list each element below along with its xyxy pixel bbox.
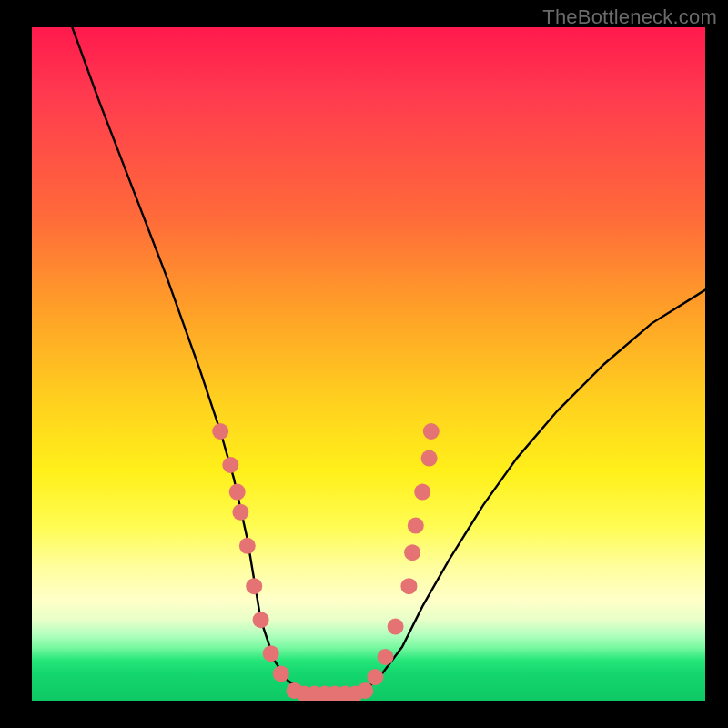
scatter-point	[222, 457, 238, 473]
scatter-point	[307, 686, 323, 701]
scatter-point	[317, 686, 333, 701]
scatter-points	[212, 423, 440, 701]
scatter-point	[357, 682, 373, 699]
plot-area	[32, 27, 705, 701]
scatter-point	[253, 612, 269, 628]
scatter-point	[232, 504, 248, 521]
scatter-point	[414, 484, 430, 500]
scatter-point	[273, 665, 289, 682]
scatter-point	[297, 686, 313, 701]
scatter-point	[421, 450, 438, 467]
scatter-point	[246, 578, 262, 594]
scatter-point	[212, 423, 228, 440]
scatter-point	[337, 686, 353, 701]
scatter-point	[408, 518, 424, 534]
scatter-point	[378, 649, 394, 665]
scatter-point	[263, 645, 279, 662]
scatter-point	[423, 423, 440, 440]
scatter-point	[229, 484, 246, 500]
chart-container: TheBottleneck.com	[0, 0, 728, 728]
scatter-point	[347, 686, 363, 701]
scatter-point	[327, 686, 343, 701]
watermark-text: TheBottleneck.com	[542, 5, 717, 29]
scatter-point	[287, 682, 303, 699]
chart-svg	[32, 27, 705, 701]
scatter-point	[239, 538, 256, 554]
scatter-point	[388, 619, 404, 635]
scatter-point	[404, 544, 420, 561]
scatter-point	[400, 578, 417, 594]
bottleneck-curve	[72, 27, 705, 694]
scatter-point	[367, 669, 383, 685]
